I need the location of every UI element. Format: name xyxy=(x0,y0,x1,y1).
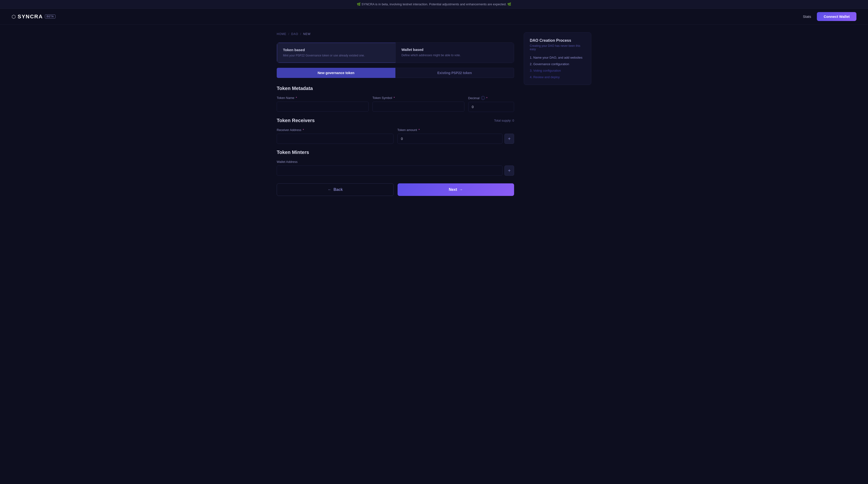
token-type-buttons: New governance token Existing PSP22 toke… xyxy=(277,68,514,78)
back-arrow-icon: ← xyxy=(328,187,332,192)
token-name-label: Token Name * xyxy=(277,96,369,100)
existing-psp22-token-button[interactable]: Existing PSP22 token xyxy=(395,68,514,78)
breadcrumb-new: NEW xyxy=(303,32,311,36)
dao-steps: 1. Name your DAO, and add websites2. Gov… xyxy=(530,56,585,79)
connect-wallet-button[interactable]: Connect Wallet xyxy=(817,12,857,21)
total-supply: Total supply: 0 xyxy=(494,119,514,122)
decimal-info-icon[interactable]: i xyxy=(481,96,485,100)
right-sidebar: DAO Creation Process Creating your DAO h… xyxy=(524,32,591,196)
wallet-address-input[interactable] xyxy=(277,165,502,176)
token-amount-input-group: + xyxy=(397,134,514,144)
receiver-required: * xyxy=(303,128,304,132)
token-based-desc: Mint your PSP22 Governance token or use … xyxy=(283,53,390,58)
wallet-based-card[interactable]: Wallet based Define which addresses migh… xyxy=(396,43,514,63)
next-button[interactable]: Next → xyxy=(398,183,514,196)
token-receivers-header: Token Receivers Total supply: 0 xyxy=(277,118,514,123)
token-name-input[interactable] xyxy=(277,101,369,112)
back-label: Back xyxy=(333,187,343,192)
back-button[interactable]: ← Back xyxy=(277,183,394,196)
token-metadata-title: Token Metadata xyxy=(277,86,514,91)
token-type-cards: Token based Mint your PSP22 Governance t… xyxy=(277,42,514,63)
breadcrumb-home[interactable]: HOME xyxy=(277,32,286,36)
wallet-based-desc: Define which addresses might be able to … xyxy=(401,53,508,57)
dao-step: 4. Review and deploy xyxy=(530,75,585,79)
logo-area: ⬡ SYNCRA BETA xyxy=(11,13,56,20)
breadcrumb: HOME / DAO / NEW xyxy=(277,32,514,36)
token-amount-field: Token amount * + xyxy=(397,128,514,144)
next-label: Next xyxy=(449,187,457,192)
wallet-address-label: Wallet Address xyxy=(277,160,514,163)
new-governance-token-button[interactable]: New governance token xyxy=(277,68,395,78)
receiver-address-label: Receiver Address * xyxy=(277,128,394,132)
dao-creation-title: DAO Creation Process xyxy=(530,38,585,43)
token-amount-required: * xyxy=(418,128,420,132)
token-symbol-label: Token Symbol * xyxy=(372,96,464,100)
token-amount-input[interactable] xyxy=(397,134,502,144)
wallet-address-field: Wallet Address + xyxy=(277,160,514,176)
header: ⬡ SYNCRA BETA Stats Connect Wallet xyxy=(0,9,868,25)
banner-text: 🌿 SYNCRA is in beta, involving testnet i… xyxy=(357,2,511,6)
decimal-field: Decimal i * xyxy=(468,96,514,112)
dao-step: 1. Name your DAO, and add websites xyxy=(530,56,585,59)
token-minters-title: Token Minters xyxy=(277,150,514,155)
receiver-address-input[interactable] xyxy=(277,134,394,144)
logo-icon: ⬡ xyxy=(11,14,16,20)
breadcrumb-sep-1: / xyxy=(288,32,289,36)
token-based-card[interactable]: Token based Mint your PSP22 Governance t… xyxy=(277,43,396,63)
decimal-required: * xyxy=(486,96,488,100)
breadcrumb-sep-2: / xyxy=(300,32,301,36)
token-receivers-row: Receiver Address * Token amount * + xyxy=(277,128,514,144)
decimal-label: Decimal i * xyxy=(468,96,514,100)
token-symbol-field: Token Symbol * xyxy=(372,96,464,112)
stats-link[interactable]: Stats xyxy=(803,14,811,19)
token-amount-label: Token amount * xyxy=(397,128,514,132)
decimal-input[interactable] xyxy=(468,102,514,112)
token-based-title: Token based xyxy=(283,48,390,52)
left-panel: HOME / DAO / NEW Token based Mint your P… xyxy=(277,32,514,196)
bottom-nav: ← Back Next → xyxy=(277,183,514,196)
token-symbol-input[interactable] xyxy=(372,101,464,112)
wallet-based-title: Wallet based xyxy=(401,48,508,52)
dao-creation-box: DAO Creation Process Creating your DAO h… xyxy=(524,32,591,85)
token-name-required: * xyxy=(296,96,297,100)
breadcrumb-dao[interactable]: DAO xyxy=(291,32,298,36)
main-content: HOME / DAO / NEW Token based Mint your P… xyxy=(265,25,603,204)
next-arrow-icon: → xyxy=(459,187,463,192)
add-minter-button[interactable]: + xyxy=(504,165,514,176)
token-receivers-title: Token Receivers xyxy=(277,118,315,123)
receiver-address-field: Receiver Address * xyxy=(277,128,394,144)
token-symbol-required: * xyxy=(394,96,395,100)
beta-badge: BETA xyxy=(45,14,56,19)
wallet-address-input-group: + xyxy=(277,165,514,176)
beta-banner: 🌿 SYNCRA is in beta, involving testnet i… xyxy=(0,0,868,9)
header-nav: Stats Connect Wallet xyxy=(803,12,857,21)
add-receiver-button[interactable]: + xyxy=(504,134,514,144)
logo-text: SYNCRA xyxy=(18,13,43,20)
token-metadata-row: Token Name * Token Symbol * Decimal i * xyxy=(277,96,514,112)
dao-step: 3. Voting configuration xyxy=(530,69,585,72)
dao-step: 2. Governance configuration xyxy=(530,62,585,66)
dao-creation-subtitle: Creating your DAO has never been this ea… xyxy=(530,44,585,51)
token-name-field: Token Name * xyxy=(277,96,369,112)
